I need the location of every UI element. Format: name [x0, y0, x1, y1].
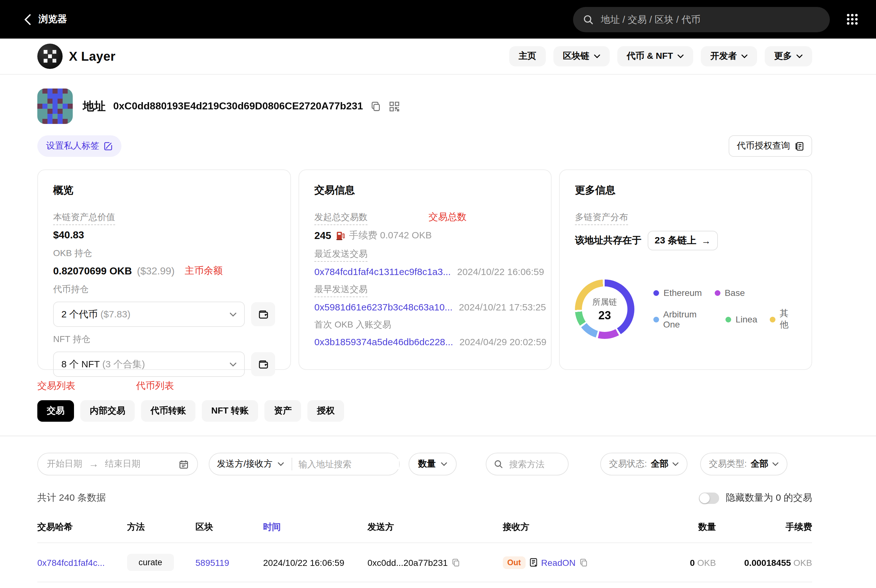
- nav-home[interactable]: 主页: [509, 46, 546, 66]
- contract-icon: [529, 558, 537, 567]
- tag-row: 设置私人标签 代币授权查询: [37, 135, 812, 157]
- col-method: 方法: [127, 522, 195, 533]
- tab-internal-transactions[interactable]: 内部交易: [80, 400, 135, 422]
- tab-assets[interactable]: 资产: [264, 400, 301, 422]
- approval-list-icon: [795, 141, 804, 151]
- site-header: X Layer 主页 区块链 代币 & NFT 开发者 更多: [0, 39, 876, 75]
- chevron-down-icon: [672, 462, 679, 466]
- total-count-text: 共计 240 条数据: [37, 492, 106, 504]
- col-hash: 交易哈希: [37, 522, 127, 533]
- direction-dropdown[interactable]: 发送方/接收方: [209, 458, 291, 470]
- global-search[interactable]: [573, 7, 830, 32]
- earliest-tx-label: 最早发送交易: [314, 284, 368, 297]
- table-row: 0x784fcd1faf4c... curate 5895119 2024/10…: [37, 543, 812, 582]
- legend-item: Ethereum: [654, 288, 702, 298]
- summary-cards: 概览 本链资产总价值 $40.83 OKB 持仓 0.82070699 OKB …: [37, 170, 812, 370]
- nft-wallet-button[interactable]: [251, 352, 275, 376]
- amount-filter-dropdown[interactable]: 数量: [409, 453, 457, 476]
- tx-fee: 0.00018455: [744, 557, 791, 567]
- wallet-icon: [258, 309, 269, 320]
- tab-token-transfers[interactable]: 代币转账: [141, 400, 195, 422]
- toggle-knob: [700, 493, 710, 503]
- nav-token-nft[interactable]: 代币 & NFT: [617, 46, 693, 66]
- arrow-right-icon: →: [89, 458, 99, 470]
- legend-dot: [654, 290, 659, 296]
- date-range-picker[interactable]: 开始日期 → 结束日期: [37, 453, 198, 476]
- tab-nft-transfers[interactable]: NFT 转账: [202, 400, 258, 422]
- start-date-placeholder[interactable]: 开始日期: [47, 458, 82, 470]
- search-input[interactable]: [600, 13, 820, 25]
- end-date-placeholder[interactable]: 结束日期: [105, 458, 140, 470]
- set-private-tag-button[interactable]: 设置私人标签: [37, 135, 122, 157]
- nft-holding-label: NFT 持仓: [53, 334, 90, 346]
- nav-blockchain[interactable]: 区块链: [553, 46, 610, 66]
- overview-card: 概览 本链资产总价值 $40.83 OKB 持仓 0.82070699 OKB …: [37, 170, 291, 370]
- to-address-link[interactable]: ReadON: [541, 557, 575, 567]
- list-tabs: 交易 内部交易 代币转账 NFT 转账 资产 授权: [37, 400, 812, 422]
- nav-developer[interactable]: 开发者: [701, 46, 757, 66]
- token-approval-check-button[interactable]: 代币授权查询: [729, 135, 812, 157]
- tx-info-title: 交易信息: [314, 184, 536, 197]
- tx-status-filter[interactable]: 交易状态: 全部: [600, 453, 688, 476]
- tx-amount-unit: OKB: [697, 557, 716, 567]
- tx-type-filter[interactable]: 交易类型: 全部: [700, 453, 787, 476]
- chains-count-button[interactable]: 23 条链上 →: [648, 231, 718, 250]
- token-wallet-button[interactable]: [251, 302, 275, 326]
- copy-from-icon[interactable]: [452, 558, 460, 567]
- first-in-hash-link[interactable]: 0x3b1859374a5de46db6dc228...: [314, 336, 453, 347]
- back-chevron-icon: [24, 14, 31, 25]
- xlayer-logo[interactable]: [37, 44, 63, 69]
- sent-count-value: 245: [314, 230, 331, 241]
- sent-count-row: 245 手续费 0.0742 OKB: [314, 230, 536, 242]
- annotation-row: 交易列表 代币列表: [37, 380, 812, 394]
- chart-legend: Ethereum Base Arbitrum One Linea 其他: [654, 288, 796, 331]
- arrow-right-icon: →: [702, 235, 711, 246]
- earliest-tx-time: 2024/10/21 17:53:25: [459, 302, 546, 312]
- fuel-pump-icon: [335, 231, 344, 240]
- latest-tx-hash-link[interactable]: 0x784fcd1faf4c1311ec9f8c1a3...: [314, 266, 451, 277]
- direction-address-filter: 发送方/接收方: [209, 453, 400, 476]
- chevron-down-icon: [741, 54, 748, 58]
- calendar-icon[interactable]: [179, 459, 188, 469]
- legend-dot: [654, 316, 659, 322]
- latest-tx-label: 最近发送交易: [314, 249, 368, 262]
- first-in-time: 2024/04/29 20:02:59: [460, 336, 547, 347]
- apps-grid-icon[interactable]: [846, 13, 858, 25]
- chevron-down-icon: [441, 462, 447, 466]
- method-search[interactable]: [486, 453, 569, 476]
- token-holding-select[interactable]: 2 个代币 ($7.83): [53, 302, 245, 327]
- address-search-input[interactable]: [292, 459, 399, 469]
- direction-badge: Out: [503, 556, 525, 569]
- nav-more[interactable]: 更多: [765, 46, 812, 66]
- tx-hash-link[interactable]: 0x784fcd1faf4c...: [37, 557, 127, 567]
- section-divider: [0, 436, 876, 436]
- hide-zero-label: 隐藏数量为 0 的交易: [726, 492, 812, 504]
- back-button[interactable]: 浏览器: [24, 13, 67, 25]
- more-info-title: 更多信息: [575, 184, 796, 197]
- tab-transactions[interactable]: 交易: [37, 400, 74, 422]
- copy-to-icon[interactable]: [579, 558, 588, 567]
- table-header: 交易哈希 方法 区块 时间 发送方 接收方 数量 手续费: [37, 518, 812, 543]
- tab-approvals[interactable]: 授权: [307, 400, 344, 422]
- filter-bar: 开始日期 → 结束日期 发送方/接收方 数量: [37, 453, 812, 476]
- chevron-down-icon: [594, 54, 600, 58]
- donut-center-value: 23: [598, 309, 611, 322]
- nft-holding-select[interactable]: 8 个 NFT (3 个合集): [53, 351, 245, 377]
- hide-zero-toggle[interactable]: [699, 492, 720, 504]
- total-value-label: 本链资产总价值: [53, 212, 115, 225]
- method-search-input[interactable]: [508, 458, 560, 470]
- legend-dot: [770, 316, 775, 322]
- chevron-down-icon: [772, 462, 778, 466]
- col-time-sort[interactable]: 时间: [263, 522, 368, 533]
- earliest-tx-hash-link[interactable]: 0x5981d61e6237b3c48c63a10...: [314, 302, 452, 312]
- token-holding-label: 代币持仓: [53, 284, 89, 297]
- copy-address-icon[interactable]: [371, 101, 382, 112]
- legend-item: 其他: [770, 308, 796, 331]
- block-link[interactable]: 5895119: [195, 557, 263, 567]
- qr-code-icon[interactable]: [389, 101, 400, 112]
- sent-count-label: 发起总交易数: [314, 212, 368, 225]
- from-address: 0xc0dd...20a77b231: [368, 557, 448, 567]
- legend-dot: [714, 290, 720, 296]
- edit-icon: [104, 142, 113, 150]
- annotation-main-balance: 主币余额: [185, 265, 222, 277]
